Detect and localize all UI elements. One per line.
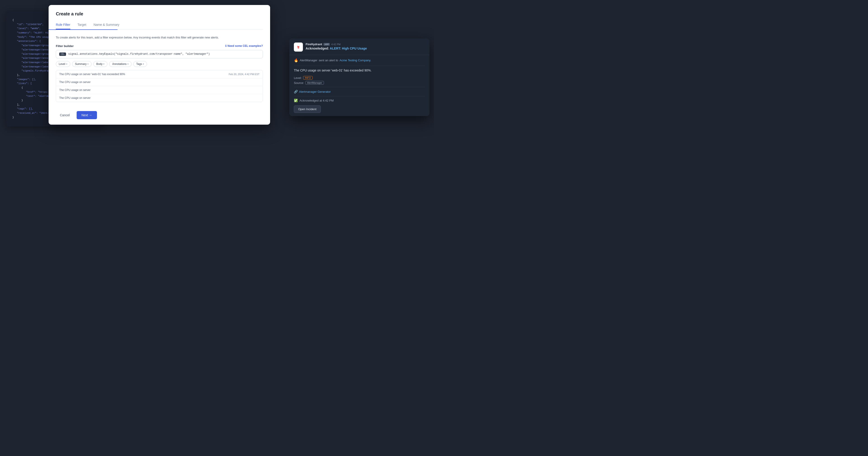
table-row: The CPU usage on server	[56, 86, 263, 94]
cel-input[interactable]: CEL signal.annotations.keyEquals("signal…	[56, 50, 263, 58]
notif-app-name: FireHydrant	[306, 42, 322, 46]
tab-name-summary[interactable]: Name & Summary	[94, 21, 119, 29]
cel-examples-link[interactable]: ℹ Need some CEL examples?	[225, 44, 263, 48]
notif-title: Acknowledged: ALERT: High CPU Usage	[306, 47, 425, 50]
source-badge: AlertManager	[305, 81, 324, 85]
filter-builder-section: Filter builder ℹ Need some CEL examples?	[56, 44, 263, 48]
dropdown-body[interactable]: Body ▾	[93, 61, 107, 67]
table-row: The CPU usage on server	[56, 94, 263, 102]
dropdown-level[interactable]: Level ▾	[56, 61, 70, 67]
modal-title: Create a rule	[56, 11, 263, 17]
notif-source: Source: AlertManager	[294, 81, 425, 85]
notif-level: Level: INFO	[294, 76, 425, 80]
chevron-down-icon: ▾	[88, 63, 89, 65]
divider	[294, 65, 425, 66]
company-link[interactable]: Acme Testing Company.	[340, 59, 371, 62]
checkmark-icon: ✅	[294, 98, 298, 102]
chevron-down-icon: ▾	[103, 63, 104, 65]
open-incident-button[interactable]: Open Incident	[294, 106, 321, 113]
flame-icon: 🔥	[294, 58, 298, 62]
firehydrant-logo	[294, 42, 303, 52]
next-button[interactable]: Next →	[76, 111, 97, 119]
cel-expression-text: signal.annotations.keyEquals("signals.fi…	[68, 53, 210, 56]
notif-source-line: 🔥 AlertManager sent an alert to Acme Tes…	[294, 58, 425, 62]
table-row: The CPU usage on server 'web-01' has exc…	[56, 70, 263, 78]
results-table: The CPU usage on server 'web-01' has exc…	[56, 70, 263, 102]
dropdown-annotations[interactable]: Annotations ▾	[109, 61, 131, 67]
table-row: The CPU usage on server	[56, 78, 263, 86]
notif-time: 4:42 PM	[331, 43, 340, 46]
notification-card: FireHydrant APP 4:42 PM Acknowledged: AL…	[289, 38, 430, 116]
modal-footer: Cancel Next →	[49, 108, 270, 125]
tab-target[interactable]: Target	[78, 21, 86, 29]
alert-title-link[interactable]: ALERT: High CPU Usage	[330, 47, 367, 50]
filter-dropdowns: Level ▾ Summary ▾ Body ▾ Annotations ▾ T…	[56, 61, 263, 67]
notif-link-row: 🔗 Alertmanager Generator	[294, 87, 425, 96]
notif-body: 🔥 AlertManager sent an alert to Acme Tes…	[289, 55, 430, 116]
notif-header-text: FireHydrant APP 4:42 PM Acknowledged: AL…	[306, 42, 425, 50]
tab-rule-filter[interactable]: Rule Filter	[56, 21, 70, 29]
chevron-down-icon: ▾	[66, 63, 67, 65]
notif-message: The CPU usage on server 'web-01' has exc…	[294, 68, 425, 73]
cel-badge: CEL	[59, 53, 66, 56]
modal-description: To create alerts for this team, add a fi…	[56, 35, 263, 40]
cancel-button[interactable]: Cancel	[56, 111, 74, 119]
dropdown-summary[interactable]: Summary ▾	[72, 61, 92, 67]
notif-ack-row: ✅ Acknowledged at 4:42 PM	[294, 98, 425, 102]
create-rule-modal: Create a rule Rule Filter Target Name & …	[49, 5, 270, 125]
notif-header: FireHydrant APP 4:42 PM Acknowledged: AL…	[289, 38, 430, 55]
generator-link[interactable]: Alertmanager Generator	[299, 90, 331, 93]
chevron-down-icon: ▾	[143, 63, 144, 65]
modal-tabs: Rule Filter Target Name & Summary	[56, 21, 263, 29]
chevron-down-icon: ▾	[127, 63, 129, 65]
level-badge: INFO	[303, 76, 313, 80]
modal-header: Create a rule Rule Filter Target Name & …	[49, 5, 270, 30]
notif-app-badge: APP	[323, 43, 330, 46]
modal-body: To create alerts for this team, add a fi…	[49, 30, 270, 108]
link-icon: 🔗	[294, 90, 298, 93]
dropdown-tags[interactable]: Tags ▾	[133, 61, 147, 67]
